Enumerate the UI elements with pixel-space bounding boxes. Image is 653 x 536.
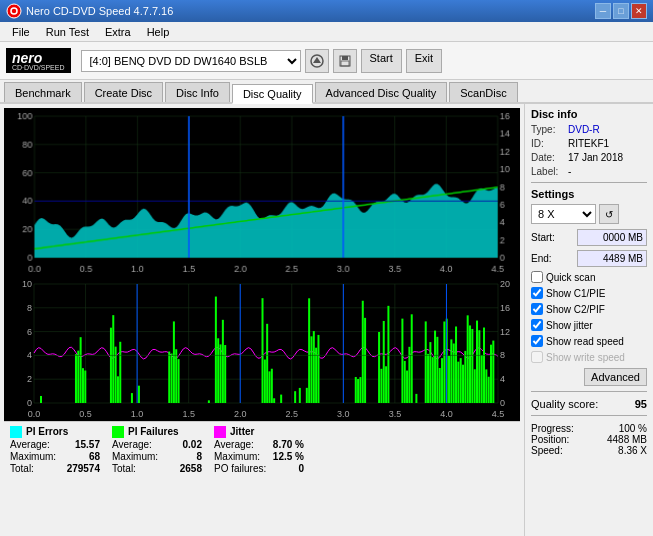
jitter-avg-label: Average: xyxy=(214,439,254,450)
quick-scan-checkbox[interactable] xyxy=(531,271,543,283)
end-mb-input[interactable] xyxy=(577,250,647,267)
minimize-button[interactable]: ─ xyxy=(595,3,611,19)
nero-logo: nero CD·DVD/SPEED xyxy=(6,48,71,73)
progress-section: Progress: 100 % Position: 4488 MB Speed:… xyxy=(531,423,647,456)
divider-2 xyxy=(531,391,647,392)
advanced-button[interactable]: Advanced xyxy=(584,368,647,386)
right-panel: Disc info Type: DVD-R ID: RITEKF1 Date: … xyxy=(524,104,653,536)
svg-rect-6 xyxy=(341,61,349,66)
date-value: 17 Jan 2018 xyxy=(568,152,623,163)
jitter-avg-value: 8.70 % xyxy=(273,439,304,450)
bottom-chart xyxy=(4,276,520,421)
pi-failures-avg-label: Average: xyxy=(112,439,152,450)
show-c1pie-checkbox[interactable] xyxy=(531,287,543,299)
show-write-speed-label: Show write speed xyxy=(546,352,625,363)
quality-score-label: Quality score: xyxy=(531,398,598,410)
menu-bar: File Run Test Extra Help xyxy=(0,22,653,42)
main-content: PI Errors Average: 15.57 Maximum: 68 Tot… xyxy=(0,104,653,536)
tab-disc-info[interactable]: Disc Info xyxy=(165,82,230,102)
svg-rect-5 xyxy=(342,56,348,60)
pi-errors-label: PI Errors xyxy=(26,426,68,437)
disc-label-value: - xyxy=(568,166,571,177)
jitter-color xyxy=(214,426,226,438)
tab-scandisc[interactable]: ScanDisc xyxy=(449,82,517,102)
jitter-legend: Jitter Average: 8.70 % Maximum: 12.5 % P… xyxy=(214,426,304,473)
pi-failures-avg-value: 0.02 xyxy=(183,439,202,450)
jitter-po-label: PO failures: xyxy=(214,463,266,474)
svg-point-0 xyxy=(7,4,21,18)
id-label: ID: xyxy=(531,138,566,149)
drive-selector[interactable]: [4:0] BENQ DVD DD DW1640 BSLB xyxy=(81,50,301,72)
pi-failures-total-value: 2658 xyxy=(180,463,202,474)
pi-failures-total-label: Total: xyxy=(112,463,136,474)
pi-errors-max-label: Maximum: xyxy=(10,451,56,462)
pi-errors-avg-label: Average: xyxy=(10,439,50,450)
refresh-button[interactable]: ↺ xyxy=(599,204,619,224)
speed-selector[interactable]: 8 X Max xyxy=(531,204,596,224)
exit-button[interactable]: Exit xyxy=(406,49,442,73)
menu-help[interactable]: Help xyxy=(139,24,178,40)
show-write-speed-checkbox xyxy=(531,351,543,363)
progress-label: Progress: xyxy=(531,423,574,434)
pi-failures-color xyxy=(112,426,124,438)
jitter-max-value: 12.5 % xyxy=(273,451,304,462)
quick-scan-label: Quick scan xyxy=(546,272,595,283)
jitter-max-label: Maximum: xyxy=(214,451,260,462)
start-mb-input[interactable] xyxy=(577,229,647,246)
speed-label: Speed: xyxy=(531,445,563,456)
show-c2pif-label: Show C2/PIF xyxy=(546,304,605,315)
disc-info-title: Disc info xyxy=(531,108,647,120)
jitter-label: Jitter xyxy=(230,426,254,437)
svg-marker-3 xyxy=(313,57,321,63)
date-label: Date: xyxy=(531,152,566,163)
tab-disc-quality[interactable]: Disc Quality xyxy=(232,84,313,104)
tab-create-disc[interactable]: Create Disc xyxy=(84,82,163,102)
show-read-speed-checkbox[interactable] xyxy=(531,335,543,347)
pi-errors-avg-value: 15.57 xyxy=(75,439,100,450)
logo-sub-text: CD·DVD/SPEED xyxy=(12,64,65,71)
menu-run-test[interactable]: Run Test xyxy=(38,24,97,40)
toolbar: nero CD·DVD/SPEED [4:0] BENQ DVD DD DW16… xyxy=(0,42,653,80)
show-jitter-checkbox[interactable] xyxy=(531,319,543,331)
divider-1 xyxy=(531,182,647,183)
eject-button[interactable] xyxy=(305,49,329,73)
pi-failures-legend: PI Failures Average: 0.02 Maximum: 8 Tot… xyxy=(112,426,202,473)
settings-title: Settings xyxy=(531,188,647,200)
pi-errors-color xyxy=(10,426,22,438)
tab-benchmark[interactable]: Benchmark xyxy=(4,82,82,102)
pi-failures-max-label: Maximum: xyxy=(112,451,158,462)
type-value: DVD-R xyxy=(568,124,600,135)
maximize-button[interactable]: □ xyxy=(613,3,629,19)
app-icon xyxy=(6,3,22,19)
pi-failures-label: PI Failures xyxy=(128,426,179,437)
pi-failures-max-value: 8 xyxy=(196,451,202,462)
position-value: 4488 MB xyxy=(607,434,647,445)
jitter-po-value: 0 xyxy=(298,463,304,474)
start-button[interactable]: Start xyxy=(361,49,402,73)
legend-area: PI Errors Average: 15.57 Maximum: 68 Tot… xyxy=(4,421,520,477)
chart-area: PI Errors Average: 15.57 Maximum: 68 Tot… xyxy=(0,104,524,536)
menu-file[interactable]: File xyxy=(4,24,38,40)
charts-and-legend: PI Errors Average: 15.57 Maximum: 68 Tot… xyxy=(4,108,520,532)
speed-value: 8.36 X xyxy=(618,445,647,456)
pi-errors-total-value: 279574 xyxy=(67,463,100,474)
show-c2pif-checkbox[interactable] xyxy=(531,303,543,315)
show-c1pie-label: Show C1/PIE xyxy=(546,288,605,299)
progress-value: 100 % xyxy=(619,423,647,434)
show-read-speed-label: Show read speed xyxy=(546,336,624,347)
divider-3 xyxy=(531,415,647,416)
end-field-label: End: xyxy=(531,253,552,264)
quality-score-value: 95 xyxy=(635,398,647,410)
save-button[interactable] xyxy=(333,49,357,73)
tab-bar: Benchmark Create Disc Disc Info Disc Qua… xyxy=(0,80,653,104)
tab-advanced-disc-quality[interactable]: Advanced Disc Quality xyxy=(315,82,448,102)
title-bar: Nero CD-DVD Speed 4.7.7.16 ─ □ ✕ xyxy=(0,0,653,22)
close-button[interactable]: ✕ xyxy=(631,3,647,19)
type-label: Type: xyxy=(531,124,566,135)
id-value: RITEKF1 xyxy=(568,138,609,149)
app-title: Nero CD-DVD Speed 4.7.7.16 xyxy=(26,5,595,17)
top-chart xyxy=(4,108,520,276)
pi-errors-legend: PI Errors Average: 15.57 Maximum: 68 Tot… xyxy=(10,426,100,473)
pi-errors-max-value: 68 xyxy=(89,451,100,462)
menu-extra[interactable]: Extra xyxy=(97,24,139,40)
